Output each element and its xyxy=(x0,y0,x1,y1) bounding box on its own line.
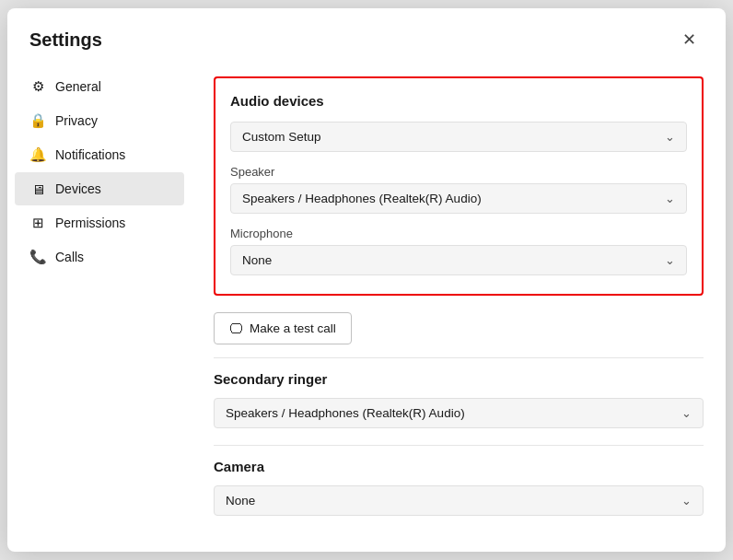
audio-devices-section: Audio devices Custom Setup ⌄ Speaker Spe… xyxy=(214,76,704,296)
microphone-dropdown-value: None xyxy=(242,253,272,267)
sidebar-label-notifications: Notifications xyxy=(55,147,125,162)
permissions-icon: ⊞ xyxy=(29,215,46,231)
setup-dropdown[interactable]: Custom Setup ⌄ xyxy=(230,122,687,152)
speaker-dropdown[interactable]: Speakers / Headphones (Realtek(R) Audio)… xyxy=(230,183,687,214)
sidebar-label-calls: Calls xyxy=(55,250,84,264)
gear-icon: ⚙ xyxy=(29,78,46,95)
camera-section: Camera None ⌄ xyxy=(214,459,704,516)
chevron-down-icon: ⌄ xyxy=(665,130,675,144)
secondary-ringer-dropdown[interactable]: Speakers / Headphones (Realtek(R) Audio)… xyxy=(214,398,704,428)
divider-1 xyxy=(214,357,704,358)
test-call-label: Make a test call xyxy=(250,321,336,335)
camera-dropdown-value: None xyxy=(226,494,255,508)
camera-title: Camera xyxy=(214,459,704,474)
settings-dialog: Settings ✕ ⚙ General 🔒 Privacy 🔔 Notific… xyxy=(7,8,726,552)
audio-devices-title: Audio devices xyxy=(230,93,687,109)
divider-2 xyxy=(214,445,704,446)
secondary-ringer-section: Secondary ringer Speakers / Headphones (… xyxy=(214,371,704,428)
sidebar-label-devices: Devices xyxy=(55,181,101,196)
sidebar-label-permissions: Permissions xyxy=(55,216,125,230)
sidebar-item-permissions[interactable]: ⊞ Permissions xyxy=(15,206,184,239)
sidebar-item-notifications[interactable]: 🔔 Notifications xyxy=(15,138,184,171)
dialog-title: Settings xyxy=(29,29,102,51)
secondary-ringer-value: Speakers / Headphones (Realtek(R) Audio) xyxy=(226,406,465,420)
dialog-header: Settings ✕ xyxy=(7,8,726,62)
microphone-label: Microphone xyxy=(230,227,687,240)
secondary-ringer-title: Secondary ringer xyxy=(214,371,704,387)
sidebar: ⚙ General 🔒 Privacy 🔔 Notifications 🖥 De… xyxy=(7,62,192,552)
chevron-down-icon: ⌄ xyxy=(681,406,692,420)
speaker-dropdown-value: Speakers / Headphones (Realtek(R) Audio) xyxy=(242,192,482,205)
lock-icon: 🔒 xyxy=(29,112,46,129)
setup-dropdown-value: Custom Setup xyxy=(242,130,321,144)
chevron-down-icon: ⌄ xyxy=(681,494,692,508)
sidebar-item-calls[interactable]: 📞 Calls xyxy=(15,240,184,274)
test-call-button[interactable]: 🖵 Make a test call xyxy=(214,312,352,344)
microphone-dropdown[interactable]: None ⌄ xyxy=(230,245,687,275)
devices-icon: 🖥 xyxy=(29,181,46,197)
speaker-label: Speaker xyxy=(230,165,687,179)
phone-icon: 📞 xyxy=(29,249,46,265)
sidebar-item-devices[interactable]: 🖥 Devices xyxy=(15,172,184,205)
sidebar-label-privacy: Privacy xyxy=(55,113,98,128)
sidebar-item-general[interactable]: ⚙ General xyxy=(15,70,184,103)
main-content: Audio devices Custom Setup ⌄ Speaker Spe… xyxy=(192,62,726,552)
sidebar-label-general: General xyxy=(55,79,101,94)
chevron-down-icon: ⌄ xyxy=(665,192,675,205)
close-button[interactable]: ✕ xyxy=(674,25,704,54)
sidebar-item-privacy[interactable]: 🔒 Privacy xyxy=(15,104,184,137)
test-call-icon: 🖵 xyxy=(229,321,243,336)
camera-dropdown[interactable]: None ⌄ xyxy=(214,485,704,516)
dialog-body: ⚙ General 🔒 Privacy 🔔 Notifications 🖥 De… xyxy=(7,62,726,552)
chevron-down-icon: ⌄ xyxy=(665,253,675,267)
bell-icon: 🔔 xyxy=(29,146,46,163)
